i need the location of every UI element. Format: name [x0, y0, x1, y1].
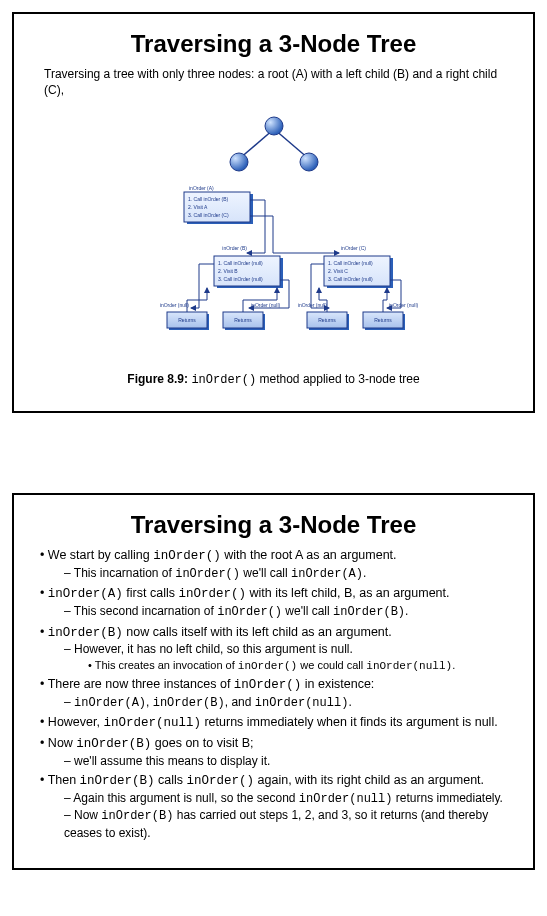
svg-point-4 [300, 153, 318, 171]
t: , [146, 695, 153, 709]
t: . [405, 604, 408, 618]
t: , and [225, 695, 255, 709]
boxA-s3: 3. Call inOrder (C) [188, 212, 229, 218]
c: inOrder(B) [80, 774, 155, 788]
b2: inOrder(A) first calls inOrder() with it… [40, 585, 509, 620]
b1s: This incarnation of inOrder() we'll call… [64, 565, 509, 582]
svg-point-3 [230, 153, 248, 171]
c: inOrder(null) [366, 660, 452, 672]
c: inOrder() [187, 774, 255, 788]
t: with its left child, B, as an argument. [246, 586, 450, 600]
b7: Then inOrder(B) calls inOrder() again, w… [40, 772, 509, 840]
caption-code: inOrder() [191, 373, 256, 387]
slide-title: Traversing a 3-Node Tree [38, 30, 509, 58]
t: . [452, 659, 455, 671]
b5: However, inOrder(null) returns immediate… [40, 714, 509, 732]
t: we'll call [240, 566, 291, 580]
boxC-s1: 1. Call inOrder (null) [328, 260, 373, 266]
null3: inOrder (null) [297, 302, 327, 308]
t: Then [48, 773, 80, 787]
t: calls [155, 773, 187, 787]
t: . [363, 566, 366, 580]
slide-2: Traversing a 3-Node Tree We start by cal… [12, 493, 535, 869]
boxB-s2: 2. Visit B [218, 268, 238, 274]
caption-rest: method applied to 3-node tree [256, 372, 419, 386]
t: returns immediately. [392, 791, 502, 805]
intro-text: Traversing a tree with only three nodes:… [44, 66, 503, 98]
c: inOrder(B) [76, 737, 151, 751]
t: Now [74, 808, 101, 822]
c: inOrder(A) [74, 696, 146, 710]
t: Now [48, 736, 76, 750]
t: with the root A as an argument. [221, 548, 397, 562]
figure-caption: Figure 8.9: inOrder() method applied to … [127, 372, 419, 387]
t: There are now three instances of [48, 677, 234, 691]
null1: inOrder (null) [159, 302, 189, 308]
boxA-s2: 2. Visit A [188, 204, 208, 210]
flow-diagram: inOrder (A) 1. Call inOrder (B) 2. Visit… [129, 180, 419, 350]
c: inOrder(null) [255, 696, 349, 710]
ret4: Returns [374, 317, 392, 323]
c: inOrder(B) [101, 809, 173, 823]
t: . [348, 695, 351, 709]
ret3: Returns [318, 317, 336, 323]
boxC-label: inOrder (C) [341, 245, 366, 251]
figure-area: inOrder (A) 1. Call inOrder (B) 2. Visit… [38, 110, 509, 387]
t: in existence: [301, 677, 374, 691]
t: This incarnation of [74, 566, 175, 580]
t: we could call [297, 659, 366, 671]
boxC-s3: 3. Call inOrder (null) [328, 276, 373, 282]
null2: inOrder (null) [251, 302, 281, 308]
t: goes on to visit B; [151, 736, 253, 750]
t: However, it has no left child, so this a… [74, 642, 353, 656]
t: returns immediately when it finds its ar… [201, 715, 498, 729]
c: inOrder() [238, 660, 297, 672]
boxC-s2: 2. Visit C [328, 268, 348, 274]
t: we'll call [282, 604, 333, 618]
b4s: inOrder(A), inOrder(B), and inOrder(null… [64, 694, 509, 711]
b1: We start by calling inOrder() with the r… [40, 547, 509, 582]
c: inOrder(null) [103, 716, 201, 730]
t: However, [48, 715, 104, 729]
b6s: we'll assume this means to display it. [64, 753, 509, 769]
t: This creates an invocation of [95, 659, 238, 671]
returns-group: Returns Returns Returns Returns [167, 312, 405, 330]
slide2-title: Traversing a 3-Node Tree [38, 511, 509, 539]
t: Again this argument is null, so the seco… [73, 791, 298, 805]
c: inOrder(null) [299, 792, 393, 806]
tree-diagram [204, 114, 344, 174]
boxA-s1: 1. Call inOrder (B) [188, 196, 229, 202]
null4: inOrder (null) [389, 302, 419, 308]
boxA-label: inOrder (A) [189, 185, 214, 191]
c: inOrder() [178, 587, 246, 601]
boxB-label: inOrder (B) [222, 245, 247, 251]
boxB-s3: 3. Call inOrder (null) [218, 276, 263, 282]
t: we'll assume this means to display it. [74, 754, 270, 768]
svg-point-2 [265, 117, 283, 135]
boxB-s1: 1. Call inOrder (null) [218, 260, 263, 266]
b2s: This second incarnation of inOrder() we'… [64, 603, 509, 620]
b3ss: This creates an invocation of inOrder() … [88, 658, 509, 674]
c: inOrder() [153, 549, 221, 563]
b3s: However, it has no left child, so this a… [64, 641, 509, 673]
ret2: Returns [234, 317, 252, 323]
c: inOrder() [175, 567, 240, 581]
slide-1: Traversing a 3-Node Tree Traversing a tr… [12, 12, 535, 413]
t: We start by calling [48, 548, 153, 562]
b4: There are now three instances of inOrder… [40, 676, 509, 711]
t: This second incarnation of [74, 604, 217, 618]
bullet-list: We start by calling inOrder() with the r… [38, 547, 509, 840]
ret1: Returns [178, 317, 196, 323]
b7s1: Again this argument is null, so the seco… [64, 790, 509, 807]
c: inOrder() [234, 678, 302, 692]
b6: Now inOrder(B) goes on to visit B; we'll… [40, 735, 509, 769]
t: first calls [123, 586, 179, 600]
b7s2: Now inOrder(B) has carried out steps 1, … [64, 807, 509, 840]
c: inOrder(A) [48, 587, 123, 601]
c: inOrder(B) [333, 605, 405, 619]
c: inOrder(B) [48, 626, 123, 640]
b3: inOrder(B) now calls itself with its lef… [40, 624, 509, 674]
c: inOrder(A) [291, 567, 363, 581]
c: inOrder(B) [153, 696, 225, 710]
t: now calls itself with its left child as … [123, 625, 392, 639]
